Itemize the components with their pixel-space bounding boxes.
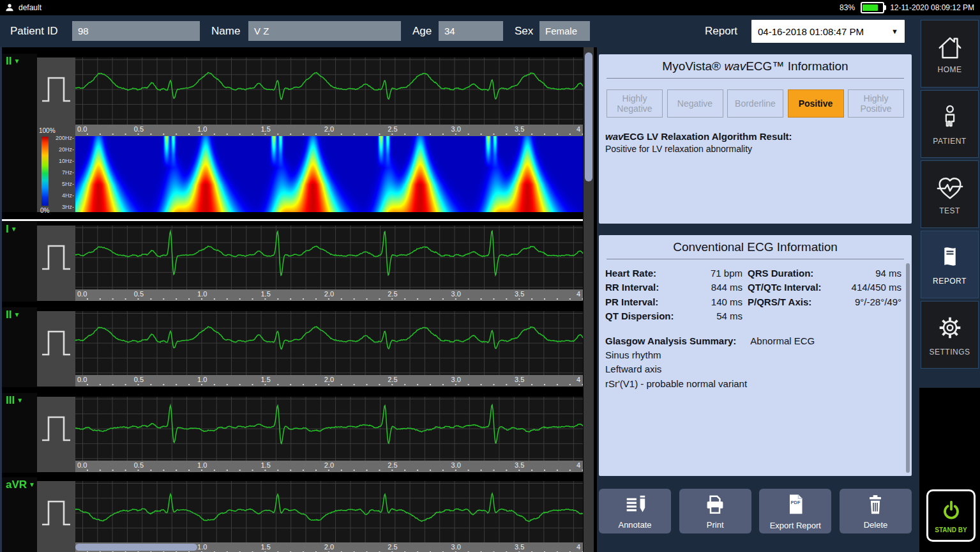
measurement-value: 140 ms bbox=[687, 295, 748, 309]
class-button-highly-negative[interactable]: Highly Negative bbox=[607, 89, 663, 118]
time-axis-tick: 2.0 bbox=[324, 290, 334, 298]
lead-selector-dropdown[interactable]: II▼ bbox=[6, 55, 20, 68]
time-axis-tick: 3.5 bbox=[515, 543, 524, 551]
class-button-borderline[interactable]: Borderline bbox=[727, 89, 783, 118]
action-button-label: Export Report bbox=[770, 521, 821, 530]
calibration-pulse-icon bbox=[41, 74, 71, 105]
ecg-trace-canvas bbox=[75, 397, 583, 461]
time-axis-tick: 1.5 bbox=[260, 125, 270, 133]
standby-label: STAND BY bbox=[935, 526, 967, 533]
panel-scrollbar[interactable] bbox=[906, 263, 910, 473]
spectrogram-freq-label: 200Hz- bbox=[56, 135, 74, 141]
sidebar-item-patient[interactable]: PATIENT bbox=[921, 90, 979, 158]
lead-selector-dropdown[interactable]: III▼ bbox=[6, 394, 23, 407]
name-field[interactable]: V Z bbox=[248, 21, 401, 41]
time-axis-tick: 4 bbox=[577, 461, 580, 469]
glasgow-finding: Leftward axis bbox=[605, 362, 905, 376]
class-button-positive[interactable]: Positive bbox=[788, 89, 844, 118]
patient-id-field[interactable]: 98 bbox=[72, 21, 200, 41]
report-icon bbox=[938, 243, 962, 274]
sidebar-item-report[interactable]: REPORT bbox=[921, 231, 979, 298]
pdf-icon: PDF bbox=[784, 492, 807, 520]
glasgow-summary: Glasgow Analysis Summary:Abnormal ECG bbox=[605, 334, 905, 348]
action-button-label: Print bbox=[707, 520, 724, 530]
measurement-label: PR Interval: bbox=[605, 295, 687, 309]
lead-selector-dropdown[interactable]: I▼ bbox=[6, 223, 17, 236]
time-axis-tick: 2.5 bbox=[388, 125, 397, 133]
sex-field[interactable]: Female bbox=[539, 21, 590, 41]
lead-row-ii-0: II▼ 100% 0%200Hz-20Hz-10Hz-7Hz-5Hz-4Hz-3… bbox=[2, 57, 583, 212]
time-axis-tick: 0.0 bbox=[77, 290, 87, 298]
class-button-highly-positive[interactable]: Highly Positive bbox=[848, 89, 904, 118]
time-axis-tick: 0.5 bbox=[134, 290, 144, 298]
time-axis-tick: 2.5 bbox=[388, 376, 397, 383]
lead-selector-dropdown[interactable]: aVR▼ bbox=[6, 479, 35, 491]
ecg-vertical-scrollbar[interactable] bbox=[585, 52, 592, 181]
printer-icon bbox=[702, 493, 728, 519]
age-field[interactable]: 34 bbox=[439, 21, 503, 41]
sidebar-item-label: PATIENT bbox=[933, 137, 966, 146]
chevron-down-icon: ▼ bbox=[891, 27, 898, 35]
time-axis-tick: 2.0 bbox=[324, 461, 334, 469]
measurement-value: 54 ms bbox=[687, 309, 748, 323]
time-axis-tick: 3.0 bbox=[451, 125, 461, 133]
delete-button[interactable]: Delete bbox=[840, 489, 912, 533]
battery-percent: 83% bbox=[840, 3, 855, 12]
measurement-value: 71 bpm bbox=[687, 266, 748, 280]
power-icon bbox=[939, 498, 964, 526]
chevron-down-icon: ▼ bbox=[13, 57, 20, 65]
measurement-label bbox=[748, 309, 847, 323]
status-bar: default 83% 12-11-2020 08:09:12 PM bbox=[0, 0, 980, 15]
ecg-vertical-scroll-track bbox=[584, 47, 594, 552]
time-axis: 0.00.51.01.52.02.53.03.54 bbox=[75, 289, 583, 301]
annotate-button[interactable]: Annotate bbox=[599, 489, 671, 533]
glasgow-finding: rSr'(V1) - probable normal variant bbox=[605, 377, 905, 391]
time-axis-tick: 3.5 bbox=[515, 290, 524, 298]
calibration-column bbox=[37, 397, 75, 472]
time-axis-tick: 1.0 bbox=[197, 290, 207, 298]
print-button[interactable]: Print bbox=[679, 489, 751, 533]
logged-in-user: default bbox=[19, 3, 41, 12]
lead-label-column: aVR▼ bbox=[2, 477, 37, 552]
panel-divider bbox=[607, 78, 904, 79]
lead-label-column: I▼ bbox=[2, 222, 37, 302]
glasgow-finding: Sinus rhythm bbox=[605, 348, 905, 362]
calibration-column bbox=[37, 311, 75, 387]
home-icon bbox=[935, 33, 965, 63]
chevron-down-icon: ▼ bbox=[11, 226, 17, 233]
sidebar-item-test[interactable]: TEST bbox=[921, 160, 979, 228]
myovista-app: default 83% 12-11-2020 08:09:12 PM Patie… bbox=[0, 0, 980, 552]
lead-plot: 0.00.51.01.52.02.53.03.54 bbox=[75, 481, 583, 552]
measurement-value: 844 ms bbox=[687, 280, 748, 295]
class-button-negative[interactable]: Negative bbox=[667, 89, 723, 118]
time-axis-tick: 3.0 bbox=[451, 543, 461, 551]
lead-row-i-1: I▼ 0.00.51.01.52.02.53.03.54 bbox=[2, 226, 583, 302]
ecg-horizontal-scrollbar[interactable] bbox=[75, 544, 197, 551]
lead-row-ii-2: II▼ 0.00.51.01.52.02.53.03.54 bbox=[2, 311, 583, 387]
chevron-down-icon: ▼ bbox=[13, 311, 20, 318]
standby-button[interactable]: STAND BY bbox=[926, 489, 976, 542]
panel-divider bbox=[607, 259, 904, 259]
time-axis-tick: 1.5 bbox=[260, 543, 270, 551]
lead-selector-dropdown[interactable]: II▼ bbox=[6, 309, 20, 321]
time-axis-tick: 4 bbox=[577, 290, 580, 298]
spectrogram-freq-label: 20Hz- bbox=[59, 146, 74, 153]
time-axis-tick: 0.5 bbox=[134, 376, 144, 383]
settings-icon bbox=[935, 313, 965, 345]
report-dropdown[interactable]: 04-16-2018 01:08:47 PM ▼ bbox=[751, 20, 905, 43]
action-button-label: Annotate bbox=[618, 520, 651, 530]
spectrogram-freq-label: 10Hz- bbox=[59, 158, 74, 164]
lead-label: II bbox=[6, 55, 11, 67]
measurement-label: RR Interval: bbox=[605, 280, 687, 295]
time-axis-tick: 3.5 bbox=[515, 376, 524, 383]
sidebar-item-home[interactable]: HOME bbox=[921, 20, 979, 88]
ecg-trace-canvas bbox=[75, 311, 583, 375]
time-axis-tick: 1.5 bbox=[260, 461, 270, 469]
sidebar-item-settings[interactable]: SETTINGS bbox=[921, 301, 979, 369]
time-axis-tick: 0.0 bbox=[77, 461, 87, 469]
battery-cap bbox=[884, 5, 886, 10]
lead-plot: 0.00.51.01.52.02.53.03.54 bbox=[75, 397, 583, 472]
calibration-pulse-icon bbox=[41, 328, 71, 358]
export-report-button[interactable]: PDF Export Report bbox=[759, 489, 831, 533]
battery-icon bbox=[861, 2, 884, 13]
